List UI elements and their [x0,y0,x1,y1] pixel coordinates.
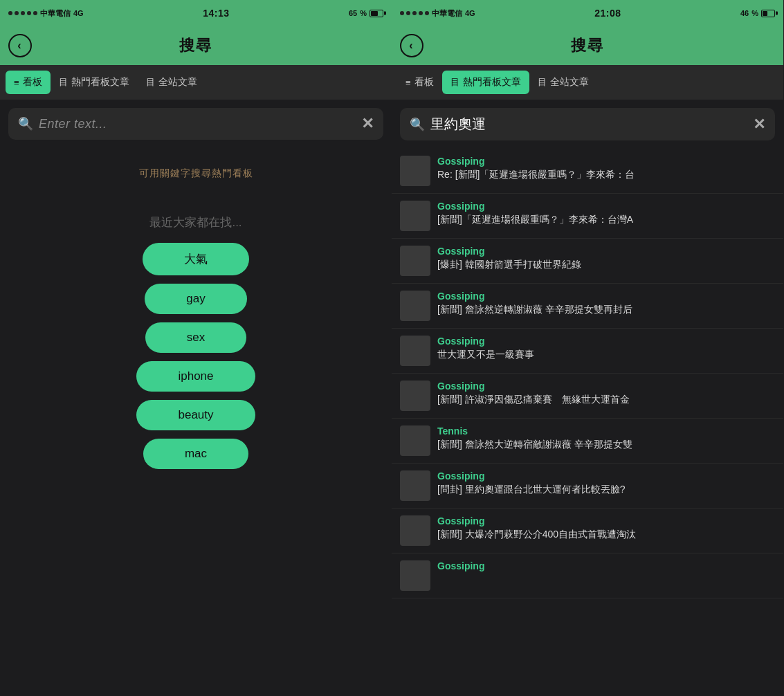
result-board-7: Gossiping [437,470,775,482]
result-board-8: Gossiping [437,515,775,526]
result-item-5[interactable]: Gossiping [新聞] 許淑淨因傷忍痛棄賽 無緣世大運首金 [392,374,783,419]
left-header-title: 搜尋 [179,35,212,56]
result-item-4[interactable]: Gossiping 世大運又不是一級賽事 [392,329,783,374]
result-thumb-5 [400,381,430,411]
left-search-placeholder: Enter text... [39,117,356,131]
right-header: ‹ 搜尋 [392,26,783,65]
result-item-3[interactable]: Gossiping [新聞] 詹詠然逆轉謝淑薇 辛辛那提女雙再封后 [392,284,783,329]
result-text-7: Gossiping [問卦] 里約奧運跟台北世大運何者比較丟臉? [437,470,775,496]
right-search-bar[interactable]: 🔍 里約奧運 ✕ [400,108,775,140]
left-back-arrow-icon: ‹ [17,39,21,52]
result-item-0[interactable]: Gossiping Re: [新聞]「延遲進場很嚴重嗎？」李來希：台 [392,149,783,194]
left-tab-board-icon: ≡ [14,77,19,88]
tag-iphone[interactable]: iphone [136,361,255,392]
result-thumb-8 [400,515,430,546]
tag-gay[interactable]: gay [145,284,246,314]
tag-mac[interactable]: mac [143,439,248,469]
right-results-list: Gossiping Re: [新聞]「延遲進場很嚴重嗎？」李來希：台 Gossi… [392,149,783,696]
result-thumb-4 [400,336,430,366]
right-header-title: 搜尋 [571,35,604,56]
result-title-0: Re: [新聞]「延遲進場很嚴重嗎？」李來希：台 [437,169,775,181]
left-tab-all[interactable]: 目 全站文章 [138,71,206,94]
right-back-arrow-icon: ‹ [409,39,412,52]
right-battery-icon [761,10,775,17]
right-tab-bar: ≡ 看板 目 熱門看板文章 目 全站文章 [392,65,783,100]
left-tag-list: 大氣 gay sex iphone beauty mac [0,243,392,483]
result-thumb-7 [400,470,430,501]
tag-beauty[interactable]: beauty [136,400,255,430]
result-board-2: Gossiping [437,246,775,257]
result-board-5: Gossiping [437,381,775,392]
right-tab-hot[interactable]: 目 熱門看板文章 [442,71,529,94]
left-tab-hot-label: 熱門看板文章 [71,76,129,89]
result-board-9: Gossiping [437,560,775,571]
result-text-9: Gossiping [437,560,775,574]
right-tab-hot-label: 熱門看板文章 [463,76,521,89]
result-text-1: Gossiping [新聞]「延遲進場很嚴重嗎？」李來希：台灣A [437,201,775,226]
right-search-icon: 🔍 [410,117,425,132]
left-tab-all-label: 全站文章 [158,76,197,89]
left-search-clear[interactable]: ✕ [361,115,374,133]
result-board-1: Gossiping [437,201,775,212]
result-item-9[interactable]: Gossiping [392,553,783,598]
right-screen: 中華電信 4G 21:08 46% ‹ 搜尋 ≡ 看板 目 熱門看板文章 目 全… [392,0,783,696]
result-item-7[interactable]: Gossiping [問卦] 里約奧運跟台北世大運何者比較丟臉? [392,464,783,509]
result-thumb-9 [400,560,430,591]
result-text-2: Gossiping [爆卦] 韓國射箭選手打破世界紀錄 [437,246,775,271]
right-tab-hot-icon: 目 [450,76,459,89]
left-search-hint: 可用關鍵字搜尋熱門看板 [0,167,392,180]
left-tab-board[interactable]: ≡ 看板 [6,71,51,94]
right-search-clear[interactable]: ✕ [753,116,765,134]
left-carrier: 中華電信 [40,8,71,19]
result-thumb-3 [400,291,430,321]
left-status-bar: 中華電信 4G 14:13 65% [0,0,392,26]
left-tab-hot-icon: 目 [59,76,68,89]
left-battery-icon [370,10,383,17]
tag-sex[interactable]: sex [145,322,246,353]
left-tab-board-label: 看板 [23,76,42,89]
right-tab-all-label: 全站文章 [550,76,589,89]
result-board-6: Tennis [437,425,775,437]
tag-大氣[interactable]: 大氣 [143,243,249,275]
right-search-value: 里約奧運 [430,115,747,134]
left-status-left: 中華電信 4G [8,8,84,19]
result-title-3: [新聞] 詹詠然逆轉謝淑薇 辛辛那提女雙再封后 [437,304,775,316]
right-tab-board-label: 看板 [414,76,434,89]
right-carrier: 中華電信 [432,8,462,19]
right-tab-board[interactable]: ≡ 看板 [397,71,442,94]
result-text-8: Gossiping [新聞] 大爆冷門萩野公介400自由式首戰遭淘汰 [437,515,775,541]
result-text-3: Gossiping [新聞] 詹詠然逆轉謝淑薇 辛辛那提女雙再封后 [437,291,775,316]
right-signal-dots [400,11,429,15]
result-title-7: [問卦] 里約奧運跟台北世大運何者比較丟臉? [437,484,775,496]
result-board-3: Gossiping [437,291,775,302]
signal-dots [8,11,37,15]
right-time: 21:08 [594,8,621,19]
left-search-bar[interactable]: 🔍 Enter text... ✕ [8,108,383,140]
result-item-8[interactable]: Gossiping [新聞] 大爆冷門萩野公介400自由式首戰遭淘汰 [392,509,783,553]
result-title-8: [新聞] 大爆冷門萩野公介400自由式首戰遭淘汰 [437,529,775,541]
right-status-bar: 中華電信 4G 21:08 46% [392,0,783,26]
result-text-4: Gossiping 世大運又不是一級賽事 [437,336,775,361]
right-status-left: 中華電信 4G [400,8,475,19]
result-item-6[interactable]: Tennis [新聞] 詹詠然大逆轉宿敵謝淑薇 辛辛那提女雙 [392,419,783,464]
left-battery-pct: 65 [349,9,357,17]
result-item-1[interactable]: Gossiping [新聞]「延遲進場很嚴重嗎？」李來希：台灣A [392,194,783,239]
left-status-right: 65% [349,9,383,17]
result-title-6: [新聞] 詹詠然大逆轉宿敵謝淑薇 辛辛那提女雙 [437,439,775,451]
left-tab-hot[interactable]: 目 熱門看板文章 [51,71,138,94]
left-recent-label: 最近大家都在找... [0,214,392,230]
left-time: 14:13 [203,8,229,19]
left-tab-bar: ≡ 看板 目 熱門看板文章 目 全站文章 [0,65,392,100]
left-screen: 中華電信 4G 14:13 65% ‹ 搜尋 ≡ 看板 目 熱門看板文章 目 全… [0,0,392,696]
result-text-0: Gossiping Re: [新聞]「延遲進場很嚴重嗎？」李來希：台 [437,156,775,181]
left-back-button[interactable]: ‹ [8,34,32,57]
result-text-5: Gossiping [新聞] 許淑淨因傷忍痛棄賽 無緣世大運首金 [437,381,775,406]
result-title-5: [新聞] 許淑淨因傷忍痛棄賽 無緣世大運首金 [437,394,775,406]
result-item-2[interactable]: Gossiping [爆卦] 韓國射箭選手打破世界紀錄 [392,239,783,284]
right-back-button[interactable]: ‹ [400,34,423,57]
result-board-4: Gossiping [437,336,775,347]
result-thumb-1 [400,201,430,231]
result-thumb-2 [400,246,430,276]
right-tab-all[interactable]: 目 全站文章 [529,71,597,94]
left-tab-all-icon: 目 [146,76,155,89]
